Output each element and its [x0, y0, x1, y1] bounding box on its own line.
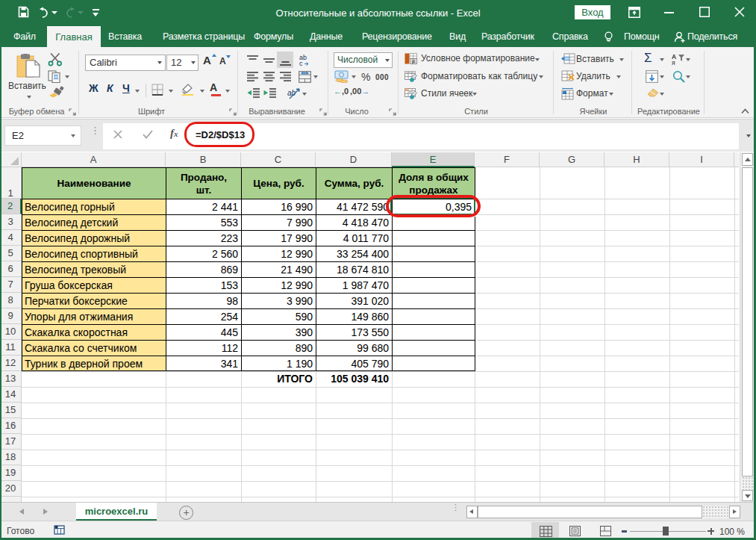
- svg-text:я: я: [672, 59, 675, 65]
- svg-text:c: c: [299, 60, 303, 67]
